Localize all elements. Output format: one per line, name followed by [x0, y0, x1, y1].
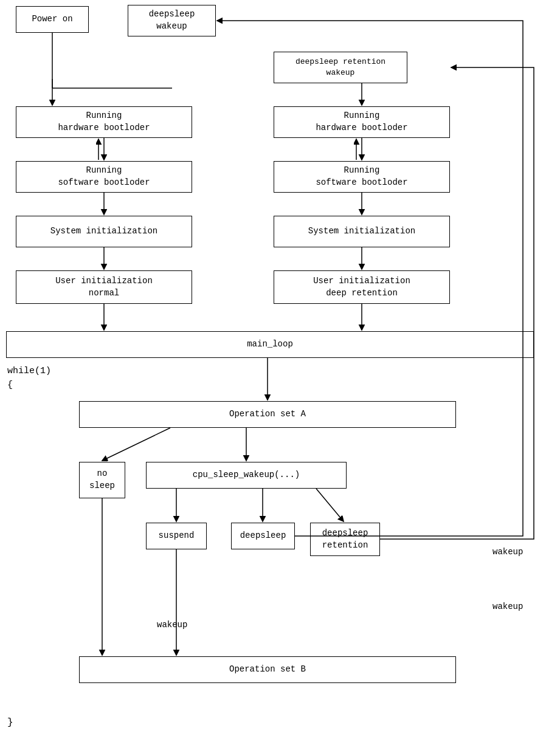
diagram: Power on deepsleepwakeup deepsleep reten…	[0, 0, 546, 756]
wakeup-label-suspend: wakeup	[157, 620, 187, 630]
operation-set-a-box: Operation set A	[79, 401, 456, 428]
sw-boot-left-box: Runningsoftware bootloder	[16, 161, 192, 193]
svg-line-16	[316, 489, 344, 521]
deepsleep-box: deepsleep	[231, 523, 295, 549]
svg-line-12	[102, 428, 170, 461]
suspend-box: suspend	[146, 523, 207, 549]
cpu-sleep-box: cpu_sleep_wakeup(...)	[146, 462, 347, 489]
deepsleep-retention-box: deepsleepretention	[310, 523, 380, 556]
hw-boot-left-box: Runninghardware bootloder	[16, 106, 192, 138]
while-label: while(1){	[7, 365, 51, 392]
hw-boot-right-box: Runninghardware bootloder	[274, 106, 450, 138]
power-on-box: Power on	[16, 6, 89, 33]
wakeup-label-2: wakeup	[492, 602, 523, 611]
sys-init-right-box: System initialization	[274, 216, 450, 247]
sys-init-left-box: System initialization	[16, 216, 192, 247]
no-sleep-box: nosleep	[79, 462, 125, 498]
wakeup-label-1: wakeup	[492, 547, 523, 557]
operation-set-b-box: Operation set B	[79, 656, 456, 683]
user-init-deep-box: User initializationdeep retention	[274, 270, 450, 304]
user-init-normal-box: User initializationnormal	[16, 270, 192, 304]
close-brace: }	[7, 717, 13, 728]
deepsleep-retention-wakeup-box: deepsleep retentionwakeup	[274, 52, 407, 83]
deepsleep-wakeup-box: deepsleepwakeup	[128, 5, 216, 36]
sw-boot-right-box: Runningsoftware bootloder	[274, 161, 450, 193]
main-loop-box: main_loop	[6, 331, 534, 358]
